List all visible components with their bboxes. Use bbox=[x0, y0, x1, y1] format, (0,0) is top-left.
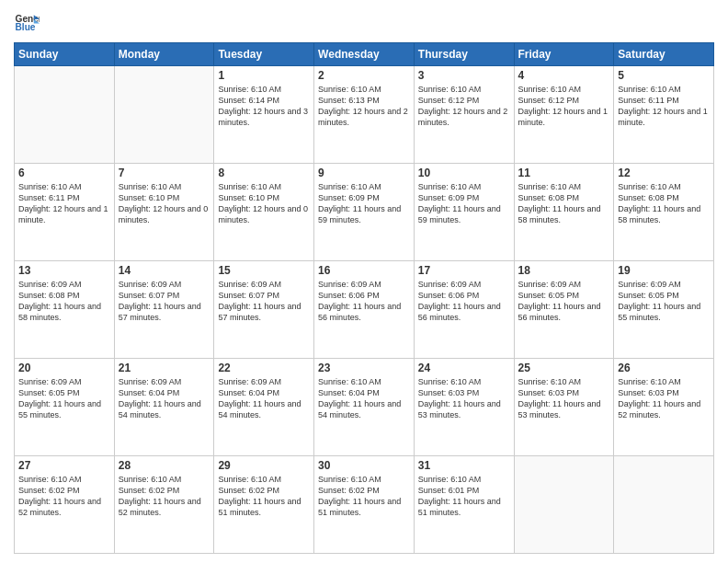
day-info: Sunrise: 6:09 AM Sunset: 6:06 PM Dayligh… bbox=[418, 279, 510, 324]
day-info: Sunrise: 6:09 AM Sunset: 6:04 PM Dayligh… bbox=[119, 376, 210, 421]
calendar-cell: 10Sunrise: 6:10 AM Sunset: 6:09 PM Dayli… bbox=[414, 164, 514, 261]
calendar-cell: 15Sunrise: 6:09 AM Sunset: 6:07 PM Dayli… bbox=[214, 261, 314, 359]
day-info: Sunrise: 6:09 AM Sunset: 6:07 PM Dayligh… bbox=[119, 279, 210, 324]
day-number: 27 bbox=[18, 459, 110, 472]
day-number: 8 bbox=[218, 167, 310, 179]
calendar-cell: 8Sunrise: 6:10 AM Sunset: 6:10 PM Daylig… bbox=[214, 164, 314, 261]
calendar-cell: 31Sunrise: 6:10 AM Sunset: 6:01 PM Dayli… bbox=[414, 456, 514, 554]
day-info: Sunrise: 6:10 AM Sunset: 6:08 PM Dayligh… bbox=[618, 181, 710, 226]
calendar-cell bbox=[114, 66, 214, 164]
day-info: Sunrise: 6:10 AM Sunset: 6:13 PM Dayligh… bbox=[318, 84, 410, 129]
day-number: 30 bbox=[318, 459, 410, 472]
day-info: Sunrise: 6:10 AM Sunset: 6:12 PM Dayligh… bbox=[418, 84, 510, 129]
weekday-header-friday: Friday bbox=[514, 43, 614, 66]
calendar-cell: 23Sunrise: 6:10 AM Sunset: 6:04 PM Dayli… bbox=[314, 359, 415, 456]
header: General Blue bbox=[14, 9, 714, 35]
calendar-cell: 9Sunrise: 6:10 AM Sunset: 6:09 PM Daylig… bbox=[314, 164, 415, 261]
day-info: Sunrise: 6:09 AM Sunset: 6:06 PM Dayligh… bbox=[318, 279, 410, 324]
day-number: 24 bbox=[418, 362, 510, 374]
week-row-4: 20Sunrise: 6:09 AM Sunset: 6:05 PM Dayli… bbox=[15, 359, 714, 456]
day-number: 26 bbox=[618, 362, 710, 374]
calendar-cell: 12Sunrise: 6:10 AM Sunset: 6:08 PM Dayli… bbox=[614, 164, 714, 261]
day-number: 19 bbox=[618, 264, 710, 277]
day-info: Sunrise: 6:09 AM Sunset: 6:05 PM Dayligh… bbox=[18, 376, 110, 421]
calendar: SundayMondayTuesdayWednesdayThursdayFrid… bbox=[14, 42, 714, 554]
calendar-cell: 16Sunrise: 6:09 AM Sunset: 6:06 PM Dayli… bbox=[314, 261, 415, 359]
day-number: 23 bbox=[318, 362, 410, 374]
svg-text:Blue: Blue bbox=[16, 22, 36, 32]
day-info: Sunrise: 6:10 AM Sunset: 6:10 PM Dayligh… bbox=[218, 181, 310, 226]
calendar-cell: 29Sunrise: 6:10 AM Sunset: 6:02 PM Dayli… bbox=[214, 456, 314, 554]
day-info: Sunrise: 6:10 AM Sunset: 6:03 PM Dayligh… bbox=[518, 376, 610, 421]
weekday-header-wednesday: Wednesday bbox=[314, 43, 415, 66]
week-row-5: 27Sunrise: 6:10 AM Sunset: 6:02 PM Dayli… bbox=[15, 456, 714, 554]
day-info: Sunrise: 6:10 AM Sunset: 6:02 PM Dayligh… bbox=[218, 474, 310, 519]
calendar-cell: 4Sunrise: 6:10 AM Sunset: 6:12 PM Daylig… bbox=[514, 66, 614, 164]
weekday-header-monday: Monday bbox=[114, 43, 214, 66]
day-number: 21 bbox=[119, 362, 210, 374]
day-info: Sunrise: 6:10 AM Sunset: 6:12 PM Dayligh… bbox=[518, 84, 610, 129]
calendar-cell: 26Sunrise: 6:10 AM Sunset: 6:03 PM Dayli… bbox=[614, 359, 714, 456]
calendar-cell: 5Sunrise: 6:10 AM Sunset: 6:11 PM Daylig… bbox=[614, 66, 714, 164]
day-number: 7 bbox=[119, 167, 210, 179]
calendar-cell: 3Sunrise: 6:10 AM Sunset: 6:12 PM Daylig… bbox=[414, 66, 514, 164]
day-number: 16 bbox=[318, 264, 410, 277]
logo: General Blue bbox=[14, 9, 43, 35]
day-number: 13 bbox=[18, 264, 110, 277]
day-number: 20 bbox=[18, 362, 110, 374]
day-info: Sunrise: 6:09 AM Sunset: 6:04 PM Dayligh… bbox=[218, 376, 310, 421]
day-number: 4 bbox=[518, 69, 610, 82]
day-number: 17 bbox=[418, 264, 510, 277]
day-info: Sunrise: 6:10 AM Sunset: 6:11 PM Dayligh… bbox=[618, 84, 710, 129]
day-number: 15 bbox=[218, 264, 310, 277]
day-info: Sunrise: 6:10 AM Sunset: 6:02 PM Dayligh… bbox=[18, 474, 110, 519]
calendar-cell bbox=[514, 456, 614, 554]
calendar-cell: 20Sunrise: 6:09 AM Sunset: 6:05 PM Dayli… bbox=[15, 359, 115, 456]
calendar-cell: 27Sunrise: 6:10 AM Sunset: 6:02 PM Dayli… bbox=[15, 456, 115, 554]
day-info: Sunrise: 6:09 AM Sunset: 6:05 PM Dayligh… bbox=[518, 279, 610, 324]
calendar-cell: 14Sunrise: 6:09 AM Sunset: 6:07 PM Dayli… bbox=[114, 261, 214, 359]
day-number: 2 bbox=[318, 69, 410, 82]
day-number: 28 bbox=[119, 459, 210, 472]
weekday-header-row: SundayMondayTuesdayWednesdayThursdayFrid… bbox=[15, 43, 714, 66]
day-number: 31 bbox=[418, 459, 510, 472]
day-number: 12 bbox=[618, 167, 710, 179]
calendar-cell: 6Sunrise: 6:10 AM Sunset: 6:11 PM Daylig… bbox=[15, 164, 115, 261]
calendar-cell: 13Sunrise: 6:09 AM Sunset: 6:08 PM Dayli… bbox=[15, 261, 115, 359]
logo-icon: General Blue bbox=[14, 9, 40, 35]
week-row-3: 13Sunrise: 6:09 AM Sunset: 6:08 PM Dayli… bbox=[15, 261, 714, 359]
week-row-1: 1Sunrise: 6:10 AM Sunset: 6:14 PM Daylig… bbox=[15, 66, 714, 164]
day-info: Sunrise: 6:10 AM Sunset: 6:14 PM Dayligh… bbox=[218, 84, 310, 129]
day-number: 10 bbox=[418, 167, 510, 179]
day-info: Sunrise: 6:09 AM Sunset: 6:07 PM Dayligh… bbox=[218, 279, 310, 324]
week-row-2: 6Sunrise: 6:10 AM Sunset: 6:11 PM Daylig… bbox=[15, 164, 714, 261]
calendar-cell: 17Sunrise: 6:09 AM Sunset: 6:06 PM Dayli… bbox=[414, 261, 514, 359]
calendar-cell: 1Sunrise: 6:10 AM Sunset: 6:14 PM Daylig… bbox=[214, 66, 314, 164]
calendar-cell bbox=[15, 66, 115, 164]
day-number: 3 bbox=[418, 69, 510, 82]
calendar-cell: 30Sunrise: 6:10 AM Sunset: 6:02 PM Dayli… bbox=[314, 456, 415, 554]
day-number: 11 bbox=[518, 167, 610, 179]
day-number: 22 bbox=[218, 362, 310, 374]
calendar-cell: 21Sunrise: 6:09 AM Sunset: 6:04 PM Dayli… bbox=[114, 359, 214, 456]
calendar-cell: 22Sunrise: 6:09 AM Sunset: 6:04 PM Dayli… bbox=[214, 359, 314, 456]
day-info: Sunrise: 6:10 AM Sunset: 6:09 PM Dayligh… bbox=[318, 181, 410, 226]
day-info: Sunrise: 6:10 AM Sunset: 6:03 PM Dayligh… bbox=[418, 376, 510, 421]
calendar-cell: 2Sunrise: 6:10 AM Sunset: 6:13 PM Daylig… bbox=[314, 66, 415, 164]
day-info: Sunrise: 6:10 AM Sunset: 6:10 PM Dayligh… bbox=[119, 181, 210, 226]
weekday-header-tuesday: Tuesday bbox=[214, 43, 314, 66]
day-info: Sunrise: 6:10 AM Sunset: 6:01 PM Dayligh… bbox=[418, 474, 510, 519]
day-number: 9 bbox=[318, 167, 410, 179]
calendar-cell: 24Sunrise: 6:10 AM Sunset: 6:03 PM Dayli… bbox=[414, 359, 514, 456]
calendar-cell: 11Sunrise: 6:10 AM Sunset: 6:08 PM Dayli… bbox=[514, 164, 614, 261]
weekday-header-saturday: Saturday bbox=[614, 43, 714, 66]
calendar-cell: 25Sunrise: 6:10 AM Sunset: 6:03 PM Dayli… bbox=[514, 359, 614, 456]
day-number: 6 bbox=[18, 167, 110, 179]
calendar-cell: 7Sunrise: 6:10 AM Sunset: 6:10 PM Daylig… bbox=[114, 164, 214, 261]
day-info: Sunrise: 6:10 AM Sunset: 6:04 PM Dayligh… bbox=[318, 376, 410, 421]
day-info: Sunrise: 6:10 AM Sunset: 6:09 PM Dayligh… bbox=[418, 181, 510, 226]
day-info: Sunrise: 6:10 AM Sunset: 6:02 PM Dayligh… bbox=[119, 474, 210, 519]
day-number: 1 bbox=[218, 69, 310, 82]
day-number: 14 bbox=[119, 264, 210, 277]
day-number: 5 bbox=[618, 69, 710, 82]
